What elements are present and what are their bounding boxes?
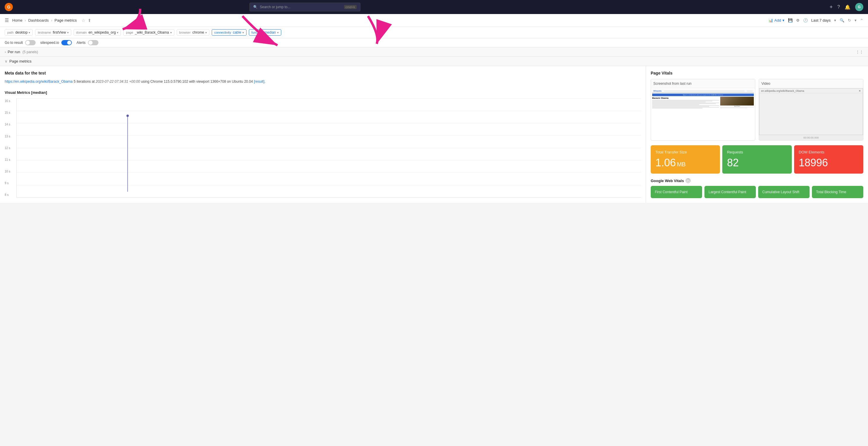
filter-browser-value: chrome <box>192 30 204 34</box>
vital-lcp: Largest Contentful Paint <box>705 186 756 198</box>
filter-domain-caret: ▾ <box>117 31 118 34</box>
sitespeed-switch[interactable] <box>61 40 72 45</box>
per-run-dots[interactable]: ⋮⋮ <box>856 50 863 54</box>
share-icon[interactable]: ⬆ <box>88 18 91 23</box>
filter-path-caret: ▾ <box>29 31 30 34</box>
search-shortcut: cmd+k <box>344 5 356 9</box>
y-label-10: 10 s <box>5 170 10 173</box>
breadcrumb-right: 📊 Add ▾ 💾 ⚙ 🕐 Last 7 days ▾ 🔍 ↻ ▾ ⌃ <box>768 18 863 23</box>
bell-icon[interactable]: 🔔 <box>845 4 850 10</box>
wiki-line-2 <box>652 101 712 101</box>
wiki-line-1 <box>652 100 719 100</box>
wiki-line-7 <box>652 105 719 106</box>
video-close-icon: ✕ <box>859 89 861 92</box>
go-to-result-switch[interactable] <box>25 40 36 45</box>
settings-icon[interactable]: ⚙ <box>796 18 800 23</box>
toggle-bar: Go to result sitespeed.io Alerts <box>0 38 868 47</box>
question-icon[interactable]: ? <box>837 4 840 10</box>
per-run-header[interactable]: › Per run (5 panels) ⋮⋮ <box>0 47 868 57</box>
alerts-label: Alerts <box>76 41 86 45</box>
filter-page[interactable]: page _wiki_Barack_Obama ▾ <box>123 29 174 36</box>
wiki-line-4 <box>652 102 719 103</box>
refresh-icon[interactable]: ↻ <box>848 18 851 23</box>
filter-connectivity-label: connectivity <box>214 31 231 34</box>
meta-description: https://en.wikipedia.org/wiki/Barack_Oba… <box>5 79 641 85</box>
video-label: Video <box>759 79 863 88</box>
wiki-search-sim <box>664 90 744 92</box>
stats-row: Total Transfer Size 1.06 MB Requests 82 … <box>651 145 863 174</box>
filter-testname-caret: ▾ <box>67 31 69 34</box>
filter-path-label: path <box>7 31 13 34</box>
y-axis: 16 s 15 s 14 s 13 s 12 s 11 s 10 s 9 s 8… <box>5 98 10 198</box>
vital-cls-label: Cumulative Layout Shift <box>762 190 806 194</box>
search-bar[interactable]: 🔍 Search or jump to... cmd+k <box>249 3 361 11</box>
breadcrumb-bar: ☰ Home › Dashboards › Page metrics ☆ ⬆ 📊… <box>0 14 868 27</box>
svg-point-0 <box>126 115 129 117</box>
wiki-line-5 <box>652 103 716 104</box>
vital-lcp-label: Largest Contentful Paint <box>709 190 752 194</box>
filter-page-value: _wiki_Barack_Obama <box>135 30 169 34</box>
add-button[interactable]: 📊 Add ▾ <box>768 18 784 23</box>
vital-fcp: First Contentful Paint <box>651 186 702 198</box>
filter-bar: path desktop ▾ testname firstView ▾ doma… <box>0 27 868 38</box>
filter-function-label: function <box>251 31 263 34</box>
save-icon[interactable]: 💾 <box>788 18 793 23</box>
vitals-info-icon[interactable]: ⓘ <box>686 178 690 183</box>
filter-browser[interactable]: browser chrome ▾ <box>177 29 209 36</box>
filter-domain-value: en_wikipedia_org <box>89 30 116 34</box>
breadcrumb-dashboards[interactable]: Dashboards <box>28 18 49 23</box>
y-label-12: 12 s <box>5 146 10 150</box>
stat-dom-elements: DOM Elements 18996 <box>794 145 863 174</box>
dom-elements-value: 18996 <box>799 157 859 169</box>
go-to-result-toggle: Go to result <box>5 40 36 45</box>
wiki-info-line-2 <box>720 108 747 108</box>
filter-function[interactable]: function median ▾ <box>249 29 281 36</box>
filter-function-caret: ▾ <box>277 31 279 34</box>
stat-requests: Requests 82 <box>722 145 792 174</box>
filter-domain[interactable]: domain en_wikipedia_org ▾ <box>73 29 121 36</box>
collapse-icon[interactable]: ⌃ <box>860 18 863 23</box>
filter-testname[interactable]: testname firstView ▾ <box>35 29 71 36</box>
meta-result-link[interactable]: [result] <box>254 80 264 84</box>
requests-label: Requests <box>727 150 787 154</box>
filter-browser-label: browser <box>179 31 191 34</box>
wiki-right-col: Barack Obama <box>720 97 754 109</box>
wiki-line-3 <box>652 102 706 102</box>
wiki-caption: Barack Obama <box>720 106 754 107</box>
filter-connectivity[interactable]: connectivity cable ▾ <box>212 29 247 36</box>
y-label-13: 13 s <box>5 135 10 138</box>
sitespeed-toggle: sitespeed.io <box>40 40 72 45</box>
y-label-15: 15 s <box>5 111 10 114</box>
transfer-size-label: Total Transfer Size <box>655 150 715 154</box>
meta-iterations: 5 iterations at <box>73 80 95 84</box>
dashboard-body: Meta data for the test https://en.wikipe… <box>0 66 868 203</box>
hamburger-icon[interactable]: ☰ <box>5 18 9 23</box>
filter-path[interactable]: path desktop ▾ <box>5 29 33 36</box>
y-label-9: 9 s <box>5 181 10 185</box>
more-icon[interactable]: ▾ <box>855 18 857 23</box>
top-nav: G 🔍 Search or jump to... cmd+k + ? 🔔 G <box>0 0 868 14</box>
filter-function-value: median <box>264 30 276 34</box>
time-range[interactable]: Last 7 days <box>811 18 831 23</box>
wiki-btn-sim <box>747 90 753 92</box>
screenshot-box: Screenshot from last run Wikipedia Apply… <box>651 79 755 141</box>
video-url: en.wikipedia.org/wiki/Barack_Obama <box>761 89 804 92</box>
chevron-down-icon: ▾ <box>782 18 784 23</box>
chart-canvas <box>17 98 641 198</box>
go-to-result-label: Go to result <box>5 41 23 45</box>
time-chevron[interactable]: ▾ <box>834 18 836 23</box>
app-logo[interactable]: G <box>5 3 13 11</box>
meta-url[interactable]: https://en.wikipedia.org/wiki/Barack_Oba… <box>5 80 73 84</box>
y-label-16: 16 s <box>5 99 10 102</box>
filter-connectivity-caret: ▾ <box>242 31 244 34</box>
y-label-8: 8 s <box>5 193 10 197</box>
star-icon[interactable]: ☆ <box>82 18 85 23</box>
dom-elements-label: DOM Elements <box>799 150 859 154</box>
breadcrumb-home[interactable]: Home <box>12 18 23 23</box>
avatar[interactable]: G <box>855 3 863 11</box>
alerts-switch[interactable] <box>88 40 98 45</box>
meta-title: Meta data for the test <box>5 71 641 76</box>
wiki-header-sim: Wikipedia <box>652 89 754 93</box>
plus-icon[interactable]: + <box>830 4 833 10</box>
zoom-out-icon[interactable]: 🔍 <box>840 18 844 23</box>
